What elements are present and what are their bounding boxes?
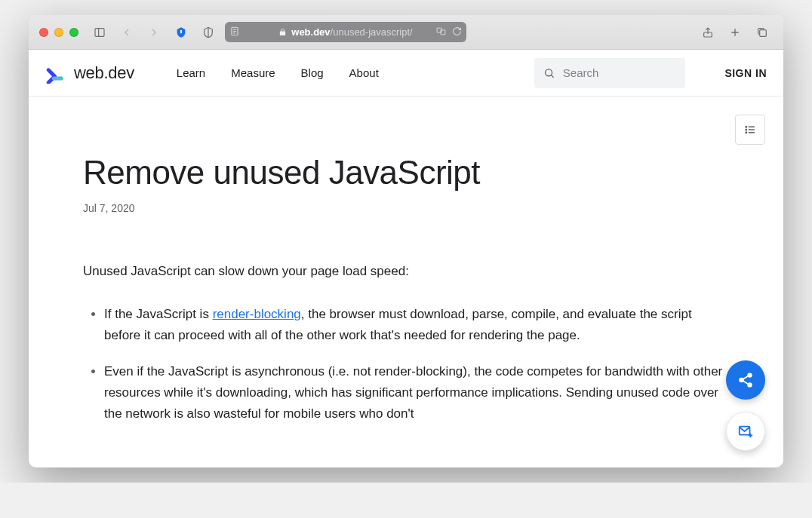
nav-about[interactable]: About — [349, 66, 379, 79]
close-window-button[interactable] — [39, 28, 48, 37]
nav-blog[interactable]: Blog — [301, 66, 324, 79]
share-icon[interactable] — [697, 22, 718, 43]
maximize-window-button[interactable] — [69, 28, 78, 37]
share-fab[interactable] — [726, 360, 765, 400]
translate-icon[interactable] — [435, 26, 447, 38]
publish-date: Jul 7, 2020 — [83, 202, 729, 214]
fab-group — [726, 360, 765, 451]
minimize-window-button[interactable] — [54, 28, 63, 37]
svg-rect-2 — [180, 29, 182, 33]
article-content: Remove unused JavaScript Jul 7, 2020 Unu… — [29, 97, 783, 467]
intro-text: Unused JavaScript can slow down your pag… — [83, 261, 729, 281]
site-header: web.dev Learn Measure Blog About SIGN IN — [29, 50, 783, 97]
list-item: If the JavaScript is render-blocking, th… — [104, 304, 729, 346]
tabs-overview-icon[interactable] — [752, 22, 773, 43]
list-item: Even if the JavaScript is asynchronous (… — [104, 361, 729, 425]
svg-point-13 — [60, 76, 63, 80]
list-icon — [743, 123, 757, 136]
sidebar-toggle-icon[interactable] — [89, 22, 110, 43]
svg-rect-0 — [95, 28, 104, 36]
svg-point-14 — [546, 69, 552, 75]
search-icon — [543, 66, 555, 80]
svg-line-15 — [552, 75, 554, 77]
subscribe-fab[interactable] — [726, 412, 765, 451]
traffic-lights — [39, 28, 78, 37]
signin-button[interactable]: SIGN IN — [724, 67, 767, 79]
mail-plus-icon — [737, 423, 754, 440]
browser-window: web.dev/unused-javascript/ web.de — [29, 15, 783, 467]
page-title: Remove unused JavaScript — [83, 154, 729, 192]
privacy-shield-icon[interactable] — [198, 22, 219, 43]
logo-text: web.dev — [74, 63, 134, 83]
new-tab-icon[interactable] — [724, 22, 746, 43]
reload-icon[interactable] — [452, 26, 462, 38]
svg-point-16 — [746, 127, 747, 128]
search-input[interactable] — [563, 66, 677, 79]
browser-chrome: web.dev/unused-javascript/ — [29, 15, 783, 50]
svg-point-20 — [746, 132, 747, 133]
bullet-list: If the JavaScript is render-blocking, th… — [83, 304, 729, 425]
forward-button-icon[interactable] — [143, 22, 165, 43]
address-bar[interactable]: web.dev/unused-javascript/ — [225, 22, 466, 42]
svg-line-25 — [743, 376, 748, 380]
back-button-icon[interactable] — [116, 22, 137, 43]
lock-icon — [278, 28, 287, 36]
logo-icon — [45, 63, 66, 84]
nav-learn[interactable]: Learn — [177, 66, 205, 79]
render-blocking-link[interactable]: render-blocking — [213, 307, 301, 321]
site-logo[interactable]: web.dev — [45, 63, 134, 84]
svg-line-26 — [743, 381, 748, 385]
share-nodes-icon — [737, 372, 754, 388]
adblock-extension-icon[interactable] — [171, 22, 192, 43]
url-text: web.dev/unused-javascript/ — [291, 26, 412, 38]
search-box[interactable] — [534, 58, 685, 88]
main-nav: Learn Measure Blog About — [177, 66, 379, 79]
toc-toggle-button[interactable] — [735, 115, 765, 145]
nav-measure[interactable]: Measure — [231, 66, 275, 79]
reader-view-icon[interactable] — [229, 26, 240, 38]
svg-point-18 — [746, 129, 747, 130]
svg-rect-12 — [760, 29, 767, 36]
